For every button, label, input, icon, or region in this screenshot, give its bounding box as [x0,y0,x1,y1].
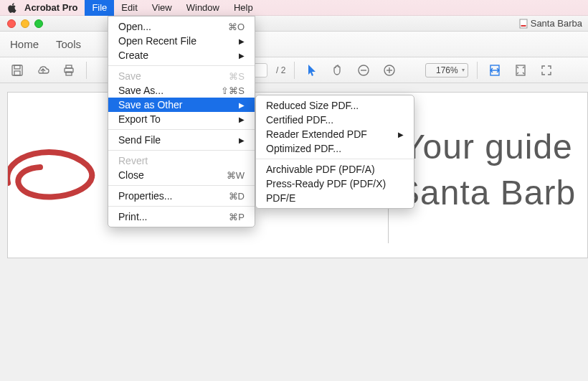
submenu-arrow-icon: ▶ [239,136,245,144]
file-send-file[interactable]: Send File▶ [108,133,255,147]
submenu-arrow-icon: ▶ [239,116,245,123]
save-archivable[interactable]: Archivable PDF (PDF/A) [256,162,414,177]
logo-swirl-graphic [7,126,123,212]
window-titlebar: Santa Barba [0,16,588,32]
file-save-as[interactable]: Save As...⇧⌘S [108,83,255,98]
submenu-arrow-icon: ▶ [239,101,245,109]
app-tabs: Home Tools [0,32,588,57]
zoom-in-icon[interactable] [381,62,398,79]
save-reader-extended[interactable]: Reader Extended PDF▶ [256,127,414,141]
save-icon[interactable] [9,62,26,79]
print-icon[interactable] [60,62,77,79]
tab-tools[interactable]: Tools [56,38,81,50]
menu-separator [108,65,255,66]
separator [86,62,87,79]
fit-page-icon[interactable] [512,62,529,79]
file-revert: Revert [108,154,255,168]
submenu-arrow-icon: ▶ [398,131,404,138]
fit-width-icon[interactable] [486,62,503,79]
menu-file[interactable]: File [85,0,114,16]
submenu-arrow-icon: ▶ [239,52,245,60]
save-as-other-submenu: Reduced Size PDF... Certified PDF... Rea… [255,95,414,209]
fullscreen-window-button[interactable] [34,19,43,28]
zoom-out-icon[interactable] [355,62,372,79]
menu-edit[interactable]: Edit [114,0,144,16]
fullscreen-icon[interactable] [538,62,555,79]
svg-rect-6 [66,65,72,68]
document-title: Santa Barba [519,18,582,29]
svg-rect-4 [14,71,20,75]
document-heading-line2: Santa Barb [397,173,576,212]
page-total-label: / 2 [276,65,285,75]
zoom-level-label: 176% [436,65,458,75]
document-heading-line1: Your guide [402,124,573,171]
file-export-to[interactable]: Export To▶ [108,112,255,126]
cloud-icon[interactable] [34,62,52,79]
svg-rect-3 [14,65,20,69]
file-print[interactable]: Print...⌘P [108,210,255,224]
file-save: Save⌘S [108,69,255,83]
file-properties[interactable]: Properties...⌘D [108,189,255,203]
toolbar: / 2 176%▾ [0,57,588,83]
tab-home[interactable]: Home [10,38,39,50]
file-save-as-other[interactable]: Save as Other▶ [108,98,255,112]
apple-icon[interactable] [7,3,17,13]
hand-icon[interactable] [329,62,346,79]
zoom-level-select[interactable]: 176%▾ [425,63,468,77]
save-press-ready[interactable]: Press-Ready PDF (PDF/X) [256,177,414,191]
app-name[interactable]: Acrobat Pro [24,2,77,13]
menu-separator [108,129,255,130]
save-certified[interactable]: Certified PDF... [256,113,414,127]
file-close[interactable]: Close⌘W [108,168,255,182]
menu-window[interactable]: Window [179,0,227,16]
submenu-arrow-icon: ▶ [239,37,245,45]
menu-help[interactable]: Help [227,0,260,16]
cursor-icon[interactable] [303,62,321,79]
menu-view[interactable]: View [145,0,179,16]
file-menu-dropdown: Open...⌘O Open Recent File▶ Create▶ Save… [108,16,255,227]
minimize-window-button[interactable] [21,19,29,28]
menu-separator [108,150,255,151]
chevron-down-icon: ▾ [462,67,465,73]
svg-rect-2 [12,65,22,75]
save-pdfe[interactable]: PDF/E [256,191,414,205]
menu-separator [256,159,414,159]
menu-separator [108,185,255,186]
svg-rect-1 [521,25,526,27]
pdf-doc-icon [519,19,528,29]
file-open[interactable]: Open...⌘O [108,19,255,34]
file-open-recent[interactable]: Open Recent File▶ [108,34,255,48]
document-title-label: Santa Barba [531,18,582,29]
close-window-button[interactable] [7,19,16,28]
svg-rect-0 [520,19,527,28]
save-optimized[interactable]: Optimized PDF... [256,141,414,156]
file-create[interactable]: Create▶ [108,48,255,62]
menubar: Acrobat Pro File Edit View Window Help [0,0,588,16]
save-reduced-size[interactable]: Reduced Size PDF... [256,98,414,113]
separator [477,62,478,79]
menu-separator [108,206,255,207]
separator [294,62,295,79]
traffic-lights [7,19,43,28]
